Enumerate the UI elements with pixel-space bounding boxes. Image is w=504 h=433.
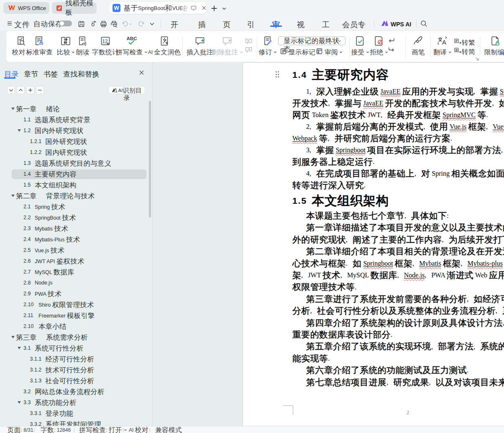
svg-text:ABC: ABC bbox=[127, 36, 137, 41]
svg-text:12: 12 bbox=[102, 38, 108, 44]
